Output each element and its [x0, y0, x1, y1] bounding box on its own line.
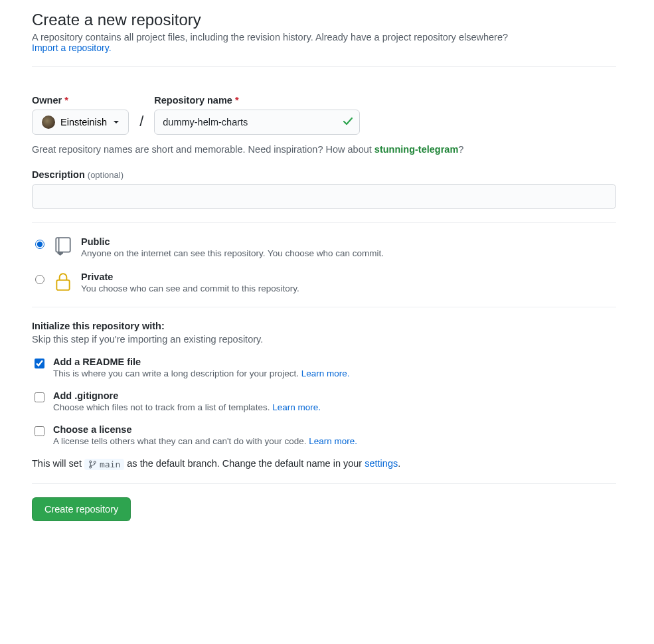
visibility-public-radio[interactable] [35, 240, 44, 249]
choose-license-title: Choose a license [53, 424, 357, 435]
owner-select[interactable]: Einsteinish [32, 110, 129, 135]
description-input[interactable] [32, 184, 616, 209]
branch-chip: main [84, 459, 124, 470]
name-hint: Great repository names are short and mem… [32, 144, 616, 155]
init-heading: Initialize this repository with: [32, 321, 616, 331]
visibility-private-sub: You choose who can see and commit to thi… [81, 283, 299, 293]
check-icon [343, 116, 353, 129]
name-suggestion[interactable]: stunning-telegram [374, 144, 458, 155]
subtitle-text: A repository contains all project files,… [32, 32, 508, 42]
page-subtitle: A repository contains all project files,… [32, 32, 616, 53]
divider [32, 483, 616, 484]
svg-point-3 [90, 466, 92, 468]
lock-icon [54, 272, 73, 293]
owner-name: Einsteinish [60, 117, 107, 127]
license-learn-more-link[interactable]: Learn more. [309, 436, 357, 446]
page-title: Create a new repository [32, 11, 616, 29]
visibility-private-title: Private [81, 272, 299, 282]
divider [32, 222, 616, 223]
owner-label: Owner* [32, 95, 129, 106]
svg-rect-0 [56, 238, 70, 252]
visibility-public-sub: Anyone on the internet can see this repo… [81, 248, 384, 258]
git-branch-icon [88, 460, 97, 469]
add-readme-title: Add a README file [53, 357, 349, 367]
create-repository-button[interactable]: Create repository [32, 497, 131, 521]
choose-license-sub: A license tells others what they can and… [53, 436, 357, 446]
svg-point-2 [90, 461, 92, 463]
repo-name-label: Repository name* [154, 95, 360, 106]
divider [32, 307, 616, 307]
gitignore-learn-more-link[interactable]: Learn more. [272, 402, 321, 412]
readme-learn-more-link[interactable]: Learn more. [301, 368, 350, 378]
slash-separator: / [137, 113, 146, 130]
default-branch-info: This will set main as the default branch… [32, 458, 616, 470]
caret-down-icon [114, 121, 119, 123]
add-gitignore-title: Add .gitignore [53, 390, 321, 401]
choose-license-checkbox[interactable] [35, 426, 44, 436]
divider [32, 66, 616, 67]
visibility-public-title: Public [81, 236, 384, 247]
svg-rect-1 [56, 280, 69, 290]
add-readme-sub: This is where you can write a long descr… [53, 368, 349, 378]
avatar [42, 116, 55, 129]
svg-point-4 [94, 461, 96, 463]
init-subheading: Skip this step if you're importing an ex… [32, 334, 616, 345]
add-readme-checkbox[interactable] [35, 359, 44, 368]
visibility-private-radio[interactable] [35, 275, 44, 284]
settings-link[interactable]: settings [365, 458, 398, 469]
description-label: Description (optional) [32, 169, 616, 180]
add-gitignore-sub: Choose which files not to track from a l… [53, 402, 321, 412]
repo-name-input[interactable] [154, 110, 360, 135]
repo-public-icon [54, 236, 73, 258]
add-gitignore-checkbox[interactable] [35, 392, 44, 402]
import-repository-link[interactable]: Import a repository. [32, 42, 112, 53]
